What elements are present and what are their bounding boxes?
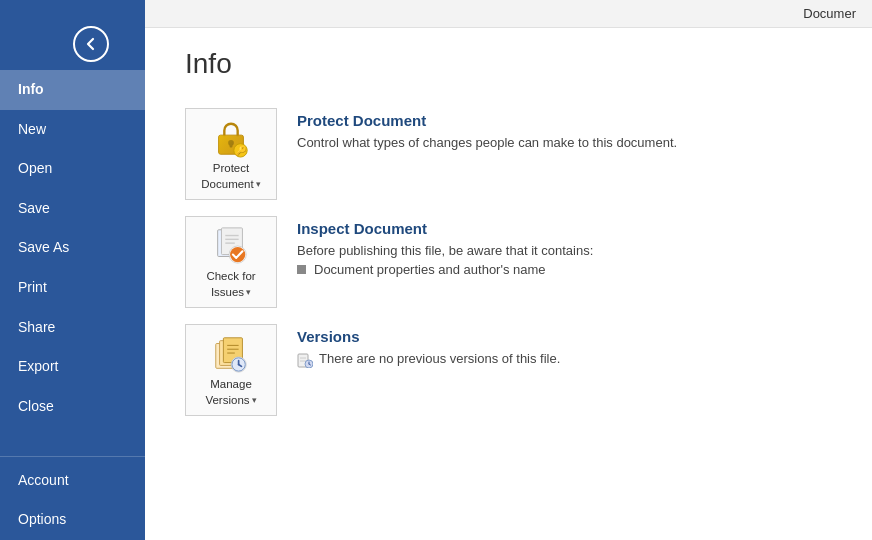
nav-items-list: Info New Open Save Save As Print Share E… <box>0 70 145 540</box>
sidebar: Info New Open Save Save As Print Share E… <box>0 0 145 540</box>
inspect-document-text: Inspect Document Before publishing this … <box>297 216 593 277</box>
inspect-document-desc: Before publishing this file, be aware th… <box>297 243 593 258</box>
nav-spacer <box>0 426 145 451</box>
check-issues-icon <box>213 226 249 266</box>
main-content: Documer Info 🔑 <box>145 0 872 540</box>
svg-text:🔑: 🔑 <box>235 145 247 157</box>
protect-document-desc: Control what types of changes people can… <box>297 135 677 150</box>
check-button-label: Check for <box>206 270 255 282</box>
versions-button-label: Manage <box>210 378 252 390</box>
check-button-label2: Issues ▾ <box>211 286 251 298</box>
inspect-document-card: Check for Issues ▾ Inspect Document Befo… <box>185 216 832 308</box>
sidebar-item-save[interactable]: Save <box>0 189 145 229</box>
protect-document-text: Protect Document Control what types of c… <box>297 108 677 154</box>
check-dropdown-arrow: ▾ <box>246 287 251 297</box>
versions-card: Manage Versions ▾ Versions <box>185 324 832 416</box>
inspect-bullet-1: Document properties and author's name <box>297 262 593 277</box>
page-title: Info <box>185 48 832 80</box>
protect-button-label2: Document ▾ <box>201 178 260 190</box>
protect-document-card: 🔑 Protect Document ▾ Pro <box>185 108 832 200</box>
sidebar-item-info[interactable]: Info <box>0 70 145 110</box>
sidebar-item-print[interactable]: Print <box>0 268 145 308</box>
topbar: Documer <box>145 0 872 28</box>
versions-bullet-1: There are no previous versions of this f… <box>297 351 560 368</box>
sidebar-item-options[interactable]: Options <box>0 500 145 540</box>
protect-document-title: Protect Document <box>297 112 677 129</box>
nav-divider <box>0 456 145 457</box>
info-content: Info 🔑 <box>145 28 872 540</box>
manage-versions-button[interactable]: Manage Versions ▾ <box>185 324 277 416</box>
back-button-container <box>0 0 145 70</box>
sidebar-item-share[interactable]: Share <box>0 308 145 348</box>
versions-button-label2: Versions ▾ <box>205 394 256 406</box>
sidebar-item-open[interactable]: Open <box>0 149 145 189</box>
sidebar-item-account[interactable]: Account <box>0 461 145 501</box>
protect-button-label: Protect <box>213 162 249 174</box>
sidebar-item-save-as[interactable]: Save As <box>0 228 145 268</box>
versions-dropdown-arrow: ▾ <box>252 395 257 405</box>
clock-doc-icon <box>297 352 313 368</box>
sidebar-item-close[interactable]: Close <box>0 387 145 427</box>
versions-text: Versions There are no previous versions … <box>297 324 560 368</box>
protect-icon: 🔑 <box>213 118 249 158</box>
versions-icon <box>213 334 249 374</box>
bullet-square-icon <box>297 265 306 274</box>
protect-dropdown-arrow: ▾ <box>256 179 261 189</box>
inspect-document-title: Inspect Document <box>297 220 593 237</box>
protect-document-button[interactable]: 🔑 Protect Document ▾ <box>185 108 277 200</box>
check-for-issues-button[interactable]: Check for Issues ▾ <box>185 216 277 308</box>
document-name: Documer <box>803 6 856 21</box>
sidebar-item-new[interactable]: New <box>0 110 145 150</box>
versions-title: Versions <box>297 328 560 345</box>
back-button[interactable] <box>73 26 109 62</box>
sidebar-item-export[interactable]: Export <box>0 347 145 387</box>
